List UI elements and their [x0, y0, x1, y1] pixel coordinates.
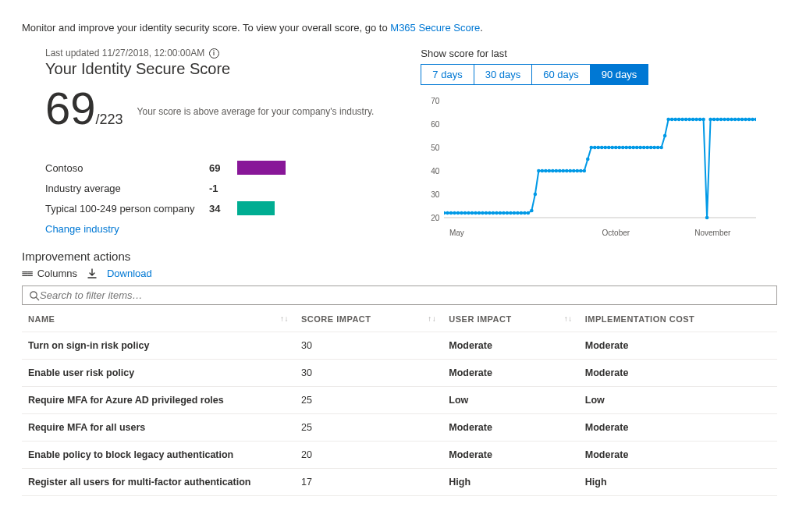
- table-row[interactable]: Turn on sign-in risk policy30ModerateMod…: [22, 332, 777, 360]
- bar-label: Typical 100-249 person company: [45, 203, 209, 215]
- svg-point-41: [583, 169, 587, 173]
- svg-point-42: [586, 158, 590, 161]
- x-tick: May: [449, 229, 464, 237]
- m365-link[interactable]: M365 Secure Score: [390, 22, 480, 34]
- svg-point-36: [565, 169, 569, 173]
- cell-user-impact: Moderate: [442, 442, 579, 469]
- svg-point-69: [681, 118, 685, 122]
- download-button[interactable]: Download: [107, 268, 152, 279]
- col-header[interactable]: NAME↑↓: [22, 305, 295, 332]
- svg-point-58: [642, 146, 646, 150]
- svg-point-84: [733, 118, 737, 122]
- cell-name: Turn on sign-in risk policy: [22, 332, 295, 360]
- svg-point-85: [737, 118, 741, 122]
- table-row[interactable]: Require MFA for Azure AD privileged role…: [22, 387, 777, 414]
- svg-point-13: [485, 211, 488, 215]
- sort-icon[interactable]: ↑↓: [428, 314, 436, 323]
- svg-point-12: [481, 211, 485, 215]
- svg-point-45: [597, 146, 601, 150]
- change-industry-link[interactable]: Change industry: [45, 223, 119, 235]
- svg-point-82: [726, 118, 730, 122]
- svg-point-14: [488, 211, 492, 215]
- cell-user-impact: Moderate: [442, 360, 579, 387]
- svg-line-92: [36, 297, 39, 300]
- bar-fill: [237, 201, 275, 215]
- svg-point-2: [446, 211, 450, 215]
- info-icon[interactable]: i: [209, 48, 219, 59]
- svg-point-90: [755, 118, 756, 122]
- sort-icon[interactable]: ↑↓: [280, 314, 289, 323]
- columns-button[interactable]: Columns: [37, 268, 77, 279]
- time-range-pills: 7 days30 days60 days90 days: [421, 64, 777, 85]
- time-pill-7-days[interactable]: 7 days: [421, 64, 474, 85]
- score-max: /223: [96, 112, 123, 127]
- svg-point-23: [520, 211, 524, 215]
- cell-name: Register all users for multi-factor auth…: [22, 469, 295, 496]
- svg-point-16: [495, 211, 499, 215]
- svg-point-89: [751, 118, 755, 122]
- x-tick: November: [694, 229, 730, 237]
- cell-cost: Moderate: [579, 360, 777, 387]
- col-header[interactable]: IMPLEMENTATION COST: [579, 305, 777, 332]
- time-pill-90-days[interactable]: 90 days: [591, 64, 649, 85]
- svg-point-74: [698, 118, 702, 122]
- svg-point-31: [548, 169, 552, 173]
- svg-point-35: [562, 169, 566, 173]
- svg-point-80: [719, 118, 723, 122]
- svg-point-73: [695, 118, 699, 122]
- table-row[interactable]: Register all users for multi-factor auth…: [22, 469, 777, 496]
- svg-point-66: [670, 118, 674, 122]
- col-header[interactable]: USER IMPACT↑↓: [442, 305, 579, 332]
- svg-point-27: [534, 193, 538, 197]
- y-tick: 60: [421, 120, 439, 129]
- svg-point-28: [537, 169, 541, 173]
- svg-point-29: [541, 169, 545, 173]
- y-tick: 20: [421, 214, 439, 222]
- cell-score: 17: [295, 469, 442, 496]
- svg-point-63: [660, 146, 664, 150]
- score-message: Your score is above average for your com…: [123, 86, 375, 117]
- download-icon[interactable]: [87, 268, 98, 279]
- bar-value: 69: [209, 162, 233, 174]
- svg-point-24: [523, 211, 527, 215]
- search-box[interactable]: [22, 286, 777, 305]
- table-row[interactable]: Enable user risk policy30ModerateModerat…: [22, 360, 777, 387]
- svg-point-6: [460, 211, 464, 215]
- search-input[interactable]: [40, 289, 770, 301]
- bar-label: Contoso: [45, 162, 209, 174]
- table-row[interactable]: Require MFA for all users25ModerateModer…: [22, 414, 777, 442]
- sort-icon[interactable]: ↑↓: [564, 314, 573, 323]
- comparison-row: Industry average-1: [45, 178, 374, 198]
- cell-score: 25: [295, 414, 442, 442]
- svg-point-20: [509, 211, 513, 215]
- col-header[interactable]: SCORE IMPACT↑↓: [295, 305, 442, 332]
- cell-score: 30: [295, 332, 442, 360]
- svg-point-34: [558, 169, 562, 173]
- svg-point-81: [723, 118, 727, 122]
- cell-cost: High: [579, 469, 777, 496]
- bar-fill: [237, 161, 286, 175]
- svg-point-39: [576, 169, 580, 173]
- last-updated: Last updated 11/27/2018, 12:00:00AM i: [45, 48, 374, 59]
- bar-value: -1: [209, 183, 233, 194]
- svg-point-65: [667, 118, 671, 122]
- svg-point-1: [444, 211, 446, 215]
- svg-point-26: [530, 209, 534, 213]
- time-pill-60-days[interactable]: 60 days: [532, 64, 591, 85]
- y-tick: 30: [421, 190, 439, 199]
- y-tick: 40: [421, 167, 439, 176]
- time-pill-30-days[interactable]: 30 days: [474, 64, 533, 85]
- columns-icon[interactable]: ≡≡: [22, 268, 33, 279]
- svg-point-38: [572, 169, 576, 173]
- table-row[interactable]: Enable policy to block legacy authentica…: [22, 442, 777, 469]
- svg-point-18: [502, 211, 506, 215]
- svg-point-10: [474, 211, 478, 215]
- cell-score: 20: [295, 442, 442, 469]
- svg-point-17: [499, 211, 502, 215]
- svg-point-60: [649, 146, 653, 150]
- svg-point-4: [453, 211, 457, 215]
- svg-point-25: [527, 211, 531, 215]
- svg-point-19: [506, 211, 510, 215]
- svg-point-87: [744, 118, 748, 122]
- svg-point-3: [449, 211, 453, 215]
